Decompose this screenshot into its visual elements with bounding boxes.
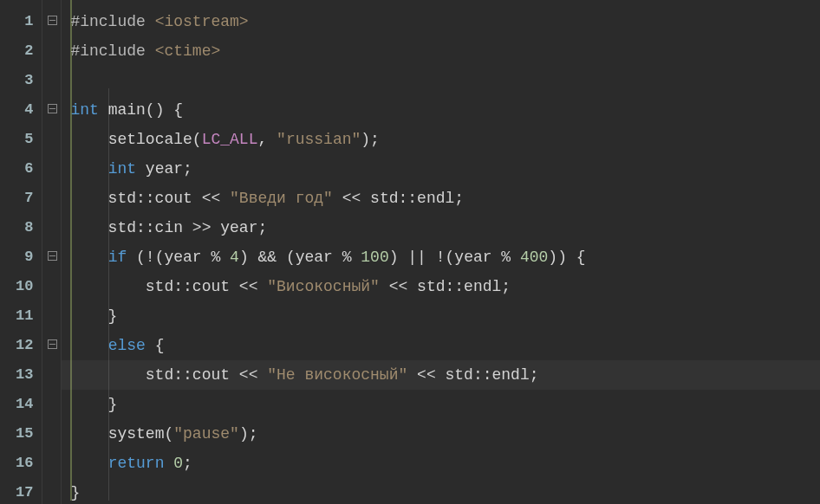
code-token: , xyxy=(257,131,277,148)
code-token: )) { xyxy=(548,249,585,266)
fold-slot xyxy=(46,478,59,504)
line-number: 9 xyxy=(16,242,33,272)
code-token: ) || !(year % xyxy=(389,249,520,266)
code-line[interactable]: int year; xyxy=(62,154,820,184)
fold-slot xyxy=(46,125,59,154)
line-number: 16 xyxy=(16,449,33,478)
code-token: ); xyxy=(239,425,258,443)
code-line[interactable]: } xyxy=(62,301,820,331)
fold-slot xyxy=(46,66,59,95)
fold-slot xyxy=(46,449,59,478)
code-token: 400 xyxy=(520,249,548,266)
code-token xyxy=(99,101,108,119)
line-number: 14 xyxy=(16,390,33,419)
code-token: } xyxy=(70,396,117,413)
code-token: main xyxy=(108,101,146,119)
code-line[interactable]: else { xyxy=(62,331,820,360)
fold-slot xyxy=(46,360,59,390)
fold-slot xyxy=(46,331,59,360)
line-number: 3 xyxy=(16,66,33,95)
code-token: << std::endl; xyxy=(407,366,538,384)
code-token: ) && (year % xyxy=(239,249,361,266)
code-area[interactable]: #include <iostream>#include <ctime>int m… xyxy=(62,0,820,504)
code-line[interactable]: system("pause"); xyxy=(62,419,820,449)
code-token: std::cout << xyxy=(70,366,267,384)
code-token: } xyxy=(70,484,80,501)
code-token: if xyxy=(108,249,127,266)
code-token: year; xyxy=(136,160,192,178)
line-number: 4 xyxy=(16,95,33,125)
code-token: LC_ALL xyxy=(202,131,258,148)
code-token: 0 xyxy=(173,455,183,472)
code-token: #include xyxy=(70,13,154,30)
code-line[interactable]: setlocale(LC_ALL, "russian"); xyxy=(62,125,820,154)
line-number: 12 xyxy=(16,331,33,360)
code-line[interactable]: } xyxy=(62,478,820,504)
fold-collapse-icon[interactable] xyxy=(48,16,57,25)
code-token: system xyxy=(108,425,165,443)
code-token xyxy=(164,455,173,472)
line-number: 17 xyxy=(16,478,33,504)
line-number: 8 xyxy=(16,213,33,242)
code-token: std::cout << xyxy=(70,278,267,295)
code-token: { xyxy=(146,337,165,354)
line-number: 10 xyxy=(16,272,33,301)
code-token: "pause" xyxy=(173,425,239,443)
code-token xyxy=(70,425,107,443)
code-token: (!(year % xyxy=(127,249,230,266)
code-token: ; xyxy=(183,455,192,472)
code-token: 4 xyxy=(230,249,239,266)
code-line[interactable]: std::cout << "Високосный" << std::endl; xyxy=(62,272,820,301)
code-token: "russian" xyxy=(277,131,361,148)
code-line[interactable]: std::cout << "Введи год" << std::endl; xyxy=(62,184,820,213)
code-token: () { xyxy=(146,101,183,119)
code-token: "Не високосный" xyxy=(267,366,407,384)
code-token: std::cin >> year; xyxy=(70,219,267,236)
code-token: <ctime> xyxy=(155,42,221,60)
code-line[interactable]: if (!(year % 4) && (year % 100) || !(yea… xyxy=(62,242,820,272)
line-number: 11 xyxy=(16,301,33,331)
code-token: ( xyxy=(192,131,202,148)
code-token xyxy=(70,131,107,148)
fold-collapse-icon[interactable] xyxy=(48,339,57,349)
code-line[interactable]: #include <ctime> xyxy=(62,36,820,66)
code-token: ( xyxy=(164,425,173,443)
line-number: 6 xyxy=(16,154,33,184)
code-token: setlocale xyxy=(108,131,192,148)
fold-slot xyxy=(46,213,59,242)
code-line[interactable]: std::cout << "Не високосный" << std::end… xyxy=(62,360,820,390)
fold-slot xyxy=(46,390,59,419)
code-line[interactable]: } xyxy=(62,390,820,419)
code-token xyxy=(70,249,107,266)
fold-collapse-icon[interactable] xyxy=(48,104,57,113)
fold-slot xyxy=(46,301,59,331)
line-number: 7 xyxy=(16,184,33,213)
fold-slot xyxy=(46,272,59,301)
fold-slot xyxy=(46,419,59,449)
code-token: << std::endl; xyxy=(333,190,464,207)
line-number: 13 xyxy=(16,360,33,390)
fold-collapse-icon[interactable] xyxy=(48,251,57,261)
code-token xyxy=(70,337,107,354)
code-token: std::cout << xyxy=(70,190,230,207)
line-number-gutter: 1234567891011121314151617 xyxy=(0,0,42,504)
code-token: int xyxy=(70,101,98,119)
code-token: << std::endl; xyxy=(380,278,511,295)
code-line[interactable]: #include <iostream> xyxy=(62,7,820,36)
fold-column[interactable] xyxy=(42,0,62,504)
code-token xyxy=(70,455,107,472)
fold-slot xyxy=(46,95,59,125)
code-token: } xyxy=(70,307,117,325)
code-line[interactable]: int main() { xyxy=(62,95,820,125)
code-token: "Високосный" xyxy=(267,278,380,295)
code-token: "Введи год" xyxy=(230,190,333,207)
code-token: ); xyxy=(361,131,380,148)
code-token: else xyxy=(108,337,146,354)
code-line[interactable] xyxy=(62,66,820,95)
fold-slot xyxy=(46,242,59,272)
fold-slot xyxy=(46,184,59,213)
code-token: return xyxy=(108,455,165,472)
code-line[interactable]: return 0; xyxy=(62,449,820,478)
code-editor[interactable]: 1234567891011121314151617 #include <iost… xyxy=(0,0,820,504)
code-line[interactable]: std::cin >> year; xyxy=(62,213,820,242)
